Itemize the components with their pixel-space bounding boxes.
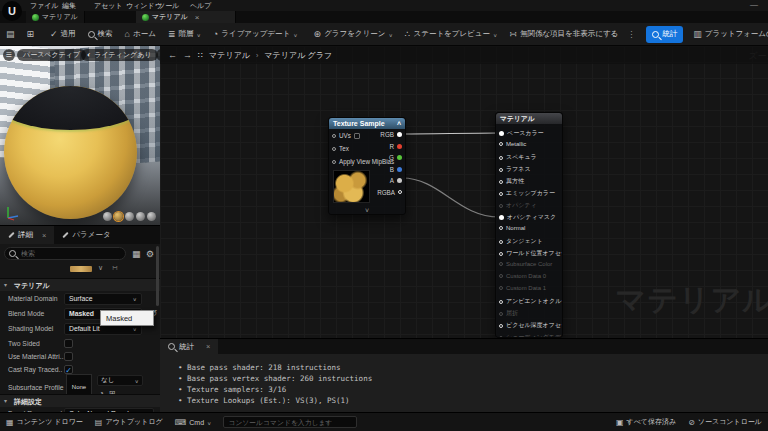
details-search-input[interactable] bbox=[4, 247, 126, 260]
output-pin-icon[interactable] bbox=[397, 144, 402, 149]
menu-item-4[interactable]: ツール bbox=[154, 0, 183, 11]
details-tab-close-icon[interactable]: × bbox=[42, 231, 46, 240]
preview-state-button[interactable]: ∴ステートをプレビュー∨ bbox=[399, 23, 504, 46]
material-pin-1[interactable]: Metallic bbox=[499, 141, 526, 147]
output-pin-icon[interactable] bbox=[397, 155, 402, 160]
breadcrumb-root[interactable]: マテリアル bbox=[209, 50, 250, 61]
clean-graph-button[interactable]: ⊛グラフをクリーン∨ bbox=[308, 23, 399, 46]
material-domain-dropdown[interactable]: Surface∨ bbox=[64, 293, 142, 305]
texture-sample-node-header[interactable]: Texture Sample ˄ bbox=[329, 118, 405, 129]
material-pin-icon[interactable] bbox=[499, 262, 503, 266]
stats-button-active[interactable]: 統計 bbox=[646, 26, 683, 43]
preview-mesh-cylinder-icon[interactable] bbox=[103, 212, 112, 221]
input-pin-icon[interactable] bbox=[332, 134, 336, 138]
save-button[interactable]: ▤ bbox=[0, 23, 21, 46]
output-pin-icon[interactable] bbox=[398, 190, 402, 194]
stats-tab-close-icon[interactable]: × bbox=[206, 342, 210, 351]
lit-mode-button[interactable]: ◐ライティングあり bbox=[81, 49, 158, 61]
material-pin-3[interactable]: ラフネス bbox=[499, 165, 531, 174]
search-button[interactable]: 検索 bbox=[82, 23, 119, 46]
source-control-button[interactable]: ⊘ソースコントロール bbox=[682, 413, 768, 431]
texture-output-rgb[interactable]: RGB bbox=[380, 131, 402, 138]
browse-button[interactable]: ⊞ bbox=[21, 23, 41, 46]
kebab-menu-icon[interactable]: ⋮ bbox=[624, 30, 638, 39]
preview-mesh-custom-mesh-icon[interactable] bbox=[147, 212, 156, 221]
material-pin-0[interactable]: ベースカラー bbox=[499, 129, 544, 138]
collapse-caret-icon[interactable]: ˄ bbox=[397, 118, 401, 129]
content-drawer-button[interactable]: ▦コンテンツ ドロワー bbox=[0, 413, 89, 431]
all-saved-button[interactable]: ▣すべて保存済み bbox=[610, 413, 682, 431]
material-pin-icon[interactable] bbox=[499, 274, 503, 278]
material-pin-icon[interactable] bbox=[499, 131, 504, 136]
material-result-node[interactable]: マテリアル ベースカラーMetallicスペキュララフネス異方性エミッシブカラー… bbox=[495, 112, 563, 338]
two-sided-checkbox[interactable] bbox=[64, 339, 73, 348]
texture-output-a[interactable]: A bbox=[390, 177, 402, 184]
material-pin-icon[interactable] bbox=[499, 168, 503, 172]
live-update-button[interactable]: ◔ライブアップデート∨ bbox=[207, 23, 304, 46]
texture-output-rgba[interactable]: RGBA bbox=[377, 189, 402, 196]
cmd-dropdown[interactable]: ⌨Cmd∨ bbox=[169, 413, 218, 431]
texture-input-apply-view-mipbias[interactable]: Apply View MipBias bbox=[332, 158, 394, 165]
material-pin-6[interactable]: オパシティ bbox=[499, 201, 537, 210]
texture-input-tex[interactable]: Tex bbox=[332, 145, 349, 152]
material-pin-icon[interactable] bbox=[499, 192, 503, 196]
menu-item-5[interactable]: ヘルプ bbox=[186, 0, 216, 11]
output-pin-icon[interactable] bbox=[397, 167, 402, 172]
forward-arrow-icon[interactable]: → bbox=[183, 50, 192, 60]
details-grid-icon[interactable]: ▦ bbox=[132, 249, 141, 259]
input-pin-icon[interactable] bbox=[332, 160, 336, 164]
material-pin-icon[interactable] bbox=[499, 252, 503, 256]
tab-material-1[interactable]: マテリアル bbox=[26, 11, 85, 23]
material-pin-14[interactable]: アンビエントオクルージョン bbox=[499, 297, 563, 306]
strip-more-icon[interactable]: ∺ bbox=[112, 264, 118, 272]
viewport-menu-icon[interactable]: ☰ bbox=[3, 49, 15, 61]
material-pin-icon[interactable] bbox=[499, 180, 503, 184]
preview-sphere-mesh[interactable] bbox=[4, 86, 137, 219]
console-command-input[interactable] bbox=[223, 416, 357, 428]
tab-details[interactable]: 詳細 × bbox=[0, 226, 54, 244]
strip-chevron-icon[interactable]: ∨ bbox=[98, 264, 103, 272]
home-button[interactable]: ⌂ホーム bbox=[119, 23, 162, 46]
hide-unrelated-button[interactable]: ∺無関係な項目を非表示にする bbox=[503, 23, 624, 46]
material-pin-icon[interactable] bbox=[499, 312, 503, 316]
expand-caret-icon[interactable]: ˅ bbox=[365, 207, 369, 214]
details-settings-gear-icon[interactable]: ⚙ bbox=[146, 249, 154, 259]
preview-viewport[interactable]: ☰ パースペクティブ ◐ライティングあり 表示 bbox=[0, 46, 160, 225]
material-pin-icon[interactable] bbox=[499, 215, 504, 220]
material-pin-icon[interactable] bbox=[499, 142, 503, 146]
back-arrow-icon[interactable]: ← bbox=[168, 50, 177, 60]
section-material[interactable]: マテリアル bbox=[0, 278, 160, 291]
material-pin-icon[interactable] bbox=[499, 156, 503, 160]
output-log-button[interactable]: ▤アウトプットログ bbox=[89, 413, 169, 431]
material-pin-4[interactable]: 異方性 bbox=[499, 177, 524, 186]
material-pin-8[interactable]: Normal bbox=[499, 225, 525, 231]
platform-stats-button[interactable]: ▥プラットフォームの統計 bbox=[687, 23, 768, 46]
tab-stats[interactable]: 統計 × bbox=[160, 339, 218, 354]
material-pin-icon[interactable] bbox=[499, 286, 503, 290]
details-scrollbar[interactable] bbox=[156, 246, 159, 306]
subsurface-profile-dropdown[interactable]: なし∨ bbox=[97, 375, 143, 386]
material-pin-icon[interactable] bbox=[499, 204, 503, 208]
unreal-logo-icon[interactable]: U bbox=[2, 1, 22, 21]
hierarchy-button[interactable]: ≣階層∨ bbox=[162, 23, 207, 46]
material-pin-15[interactable]: 屈折 bbox=[499, 309, 518, 318]
section-advanced[interactable]: 詳細設定 bbox=[0, 394, 160, 407]
material-pin-13[interactable]: Custom Data 1 bbox=[499, 285, 546, 291]
input-pin-icon[interactable] bbox=[332, 147, 336, 151]
texture-output-g[interactable]: G bbox=[389, 154, 402, 161]
material-pin-16[interactable]: ピクセル深度オフセット bbox=[499, 321, 563, 330]
material-pin-10[interactable]: ワールド位置オフセット bbox=[499, 249, 563, 258]
preview-mesh-sphere-icon[interactable] bbox=[114, 212, 123, 221]
tab-material-2-active[interactable]: マテリアル × bbox=[136, 11, 236, 23]
material-pin-7[interactable]: オパシティマスク bbox=[499, 213, 556, 222]
apply-button[interactable]: ✓適用 bbox=[44, 23, 82, 46]
material-pin-icon[interactable] bbox=[499, 324, 503, 328]
output-pin-icon[interactable] bbox=[397, 132, 402, 137]
breadcrumb-current[interactable]: マテリアル グラフ bbox=[264, 50, 332, 61]
texture-output-r[interactable]: R bbox=[389, 143, 402, 150]
material-pin-icon[interactable] bbox=[499, 240, 503, 244]
material-pin-11[interactable]: Subsurface Color bbox=[499, 261, 552, 267]
preview-mesh-plane-icon[interactable] bbox=[136, 212, 145, 221]
minimize-button[interactable]: — bbox=[750, 0, 758, 9]
material-graph-canvas[interactable]: ← → ∷ マテリアル › マテリアル グラフ ズーム マテリアル Textur… bbox=[160, 46, 768, 412]
